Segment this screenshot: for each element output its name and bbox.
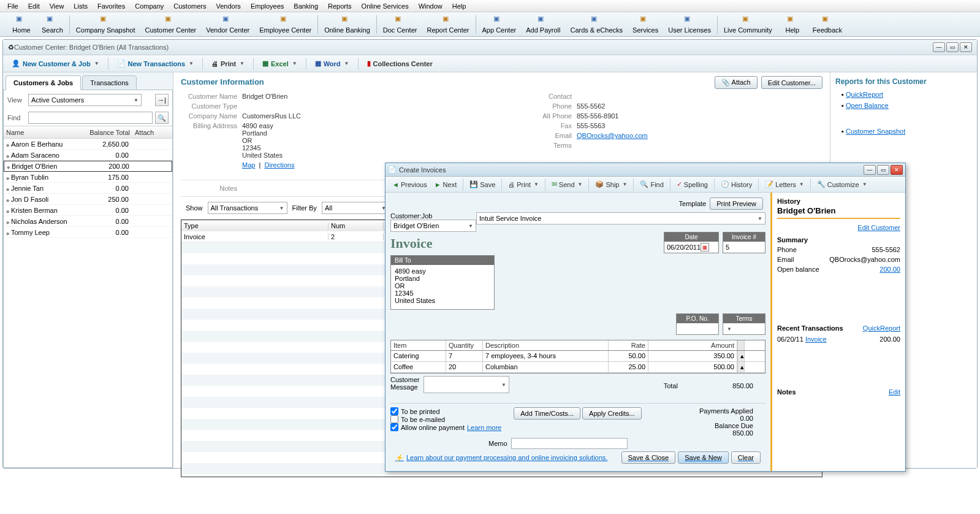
customer-message-select[interactable]: ▼ [424, 376, 509, 393]
menu-lists[interactable]: Lists [69, 1, 93, 11]
menu-window[interactable]: Window [414, 1, 447, 11]
quickreport-link[interactable]: QuickReport [863, 324, 900, 333]
minimize-button[interactable]: — [933, 42, 945, 52]
edit-customer-button[interactable]: Edit Customer... [761, 76, 822, 89]
invoice-line[interactable]: Catering77 employees, 3-4 hours50.00350.… [391, 351, 765, 362]
maximize-button[interactable]: ▭ [946, 42, 959, 52]
menu-help[interactable]: Help [447, 1, 471, 11]
find-button[interactable]: 🔍Find [637, 178, 666, 190]
po-input[interactable] [677, 323, 718, 334]
attach-button[interactable]: 📎 Attach [715, 76, 758, 89]
to-be-printed-checkbox[interactable]: To be printed [390, 407, 501, 415]
calendar-icon[interactable]: ▦ [701, 243, 709, 251]
to-be-emailed-checkbox[interactable]: To be e-mailed [390, 415, 501, 423]
menu-vendors[interactable]: Vendors [211, 1, 246, 11]
toolbar-help[interactable]: ▣Help [777, 13, 808, 36]
toolbar-report-center[interactable]: ▣Report Center [422, 13, 474, 36]
print-menu-button[interactable]: 🖨Print▼ [505, 179, 542, 190]
date-input[interactable]: 06/20/2011 [667, 244, 701, 251]
memo-input[interactable] [511, 438, 628, 449]
excel-button[interactable]: ▦Excel▼ [259, 58, 301, 69]
menu-banking[interactable]: Banking [289, 1, 323, 11]
customize-button[interactable]: 🔧Customize▼ [814, 178, 870, 190]
menu-edit[interactable]: Edit [23, 1, 45, 11]
toolbar-vendor-center[interactable]: ▣Vendor Center [201, 13, 254, 36]
toolbar-app-center[interactable]: ▣App Center [477, 13, 522, 36]
report-link-quickreport[interactable]: ▪ QuickReport [841, 91, 972, 98]
invoice-line[interactable]: Coffee20Columbian25.00500.00▴ [391, 362, 765, 373]
customer-row[interactable]: ◆Jon D Fasoli250.00 [4, 194, 172, 205]
invoice-number-input[interactable]: 5 [723, 242, 765, 253]
menu-file[interactable]: File [2, 1, 23, 11]
clear-button[interactable]: Clear [731, 451, 761, 464]
customer-row[interactable]: ◆Tommy Leep0.00 [4, 227, 172, 238]
menu-favorites[interactable]: Favorites [93, 1, 130, 11]
spelling-button[interactable]: ✓Spelling [674, 178, 711, 190]
word-button[interactable]: ▦Word▼ [311, 58, 353, 69]
save-button[interactable]: 💾Save [466, 178, 498, 190]
customer-row[interactable]: ◆Bridget O'Brien200.00 [4, 161, 172, 172]
modal-close-button[interactable]: ✕ [891, 165, 903, 175]
next-button[interactable]: ►Next [431, 179, 460, 190]
apply-credits-button[interactable]: Apply Credits... [582, 407, 642, 420]
toolbar-live-community[interactable]: ▣Live Community [719, 13, 777, 36]
side-edit-customer-link[interactable]: Edit Customer [857, 224, 900, 231]
toolbar-user-licenses[interactable]: ▣User Licenses [663, 13, 716, 36]
template-select[interactable]: Intuit Service Invoice▼ [476, 212, 765, 224]
directions-link[interactable]: Directions [265, 161, 295, 169]
add-time-costs-button[interactable]: Add Time/Costs... [514, 407, 580, 420]
save-new-button[interactable]: Save & New [678, 451, 729, 464]
customer-email[interactable]: QBOrocks@yahoo.com [577, 132, 648, 139]
find-input[interactable] [28, 112, 153, 124]
view-select[interactable]: Active Customers▼ [28, 94, 142, 106]
toolbar-home[interactable]: ▣Home [6, 13, 37, 36]
menu-view[interactable]: View [45, 1, 69, 11]
toolbar-employee-center[interactable]: ▣Employee Center [254, 13, 316, 36]
tab-transactions[interactable]: Transactions [82, 75, 137, 90]
learn-link[interactable]: Learn about our payment processing and o… [406, 454, 607, 461]
collapse-button[interactable]: →| [155, 94, 169, 106]
customer-row[interactable]: ◆Byran Tublin175.00 [4, 172, 172, 183]
toolbar-customer-center[interactable]: ▣Customer Center [140, 13, 201, 36]
customer-row[interactable]: ◆Kristen Berman0.00 [4, 205, 172, 216]
filter-select[interactable]: All▼ [322, 202, 389, 214]
print-preview-button[interactable]: Print Preview [710, 198, 763, 210]
menu-online-services[interactable]: Online Services [357, 1, 414, 11]
toolbar-services[interactable]: ▣Services [628, 13, 663, 36]
menu-employees[interactable]: Employees [246, 1, 289, 11]
menubar[interactable]: FileEditViewListsFavoritesCompanyCustome… [0, 0, 980, 12]
report-link-customer-snapshot[interactable]: ▪ Customer Snapshot [841, 128, 972, 135]
print-button[interactable]: 🖨Print▼ [208, 58, 248, 69]
edit-notes-link[interactable]: Edit [889, 388, 900, 397]
menu-reports[interactable]: Reports [323, 1, 357, 11]
toolbar-add-payroll[interactable]: ▣Add Payroll [521, 13, 565, 36]
toolbar-online-banking[interactable]: ▣Online Banking [319, 13, 375, 36]
col-attach[interactable]: Attach [132, 129, 163, 136]
ship-button[interactable]: 📦Ship▼ [592, 178, 630, 190]
save-close-button[interactable]: Save & Close [621, 451, 676, 464]
modal-minimize-button[interactable]: — [864, 165, 876, 175]
col-name[interactable]: Name [4, 129, 77, 136]
terms-select[interactable]: ▼ [723, 323, 765, 334]
modal-maximize-button[interactable]: ▭ [877, 165, 889, 175]
previous-button[interactable]: ◄Previous [389, 179, 430, 190]
customer-row[interactable]: ◆Aaron E Berhanu2,650.00 [4, 139, 172, 150]
toolbar-search[interactable]: ▣Search [37, 13, 68, 36]
letters-button[interactable]: 📝Letters▼ [762, 178, 807, 190]
new-transactions-button[interactable]: 📄New Transactions▼ [113, 58, 197, 69]
menu-customers[interactable]: Customers [169, 1, 211, 11]
toolbar-doc-center[interactable]: ▣Doc Center [378, 13, 422, 36]
map-link[interactable]: Map [242, 161, 255, 169]
open-balance-link[interactable]: 200.00 [879, 266, 900, 273]
report-link-open-balance[interactable]: ▪ Open Balance [841, 102, 972, 109]
recent-transaction[interactable]: 06/20/11 Invoice200.00 [777, 334, 900, 344]
toolbar-cards-echecks[interactable]: ▣Cards & eChecks [565, 13, 628, 36]
toolbar-feedback[interactable]: ▣Feedback [808, 13, 847, 36]
allow-online-checkbox[interactable]: Allow online payment Learn more [390, 423, 501, 431]
tab-customers[interactable]: Customers & Jobs [6, 75, 81, 90]
customer-job-select[interactable]: Bridget O'Brien▼ [390, 220, 476, 232]
col-balance[interactable]: Balance Total [77, 129, 132, 136]
close-button[interactable]: ✕ [960, 42, 972, 52]
send-button[interactable]: ✉Send▼ [549, 178, 586, 190]
customer-row[interactable]: ◆Jennie Tan0.00 [4, 183, 172, 194]
